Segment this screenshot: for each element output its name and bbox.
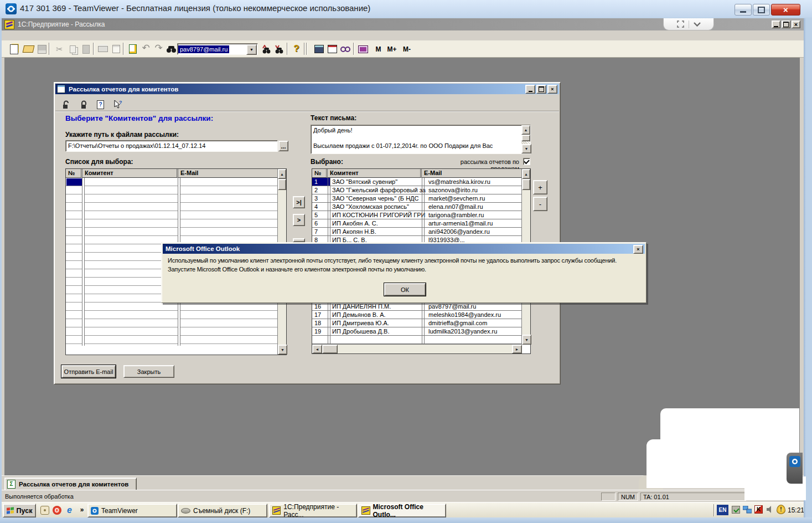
ok-button[interactable]: ОК	[384, 283, 426, 296]
dialog-minimize-button[interactable]	[525, 85, 535, 94]
unlock-icon[interactable]	[60, 98, 73, 111]
volume-icon[interactable]	[766, 506, 774, 513]
window-minimize-button[interactable]	[735, 4, 752, 16]
context-help-icon[interactable]: ?	[111, 98, 124, 111]
find-icon[interactable]	[165, 43, 178, 55]
column-header-num[interactable]: №	[312, 169, 328, 178]
column-header-email[interactable]: E-Mail	[178, 169, 278, 178]
scroll-right-button[interactable]: ►	[512, 345, 522, 353]
scroll-up-button[interactable]: ▲	[521, 125, 530, 135]
move-all-button[interactable]: >|	[293, 196, 305, 208]
outlook-close-button[interactable]: ×	[633, 245, 643, 254]
selected-cell[interactable]	[66, 178, 82, 186]
scroll-down-button[interactable]: ▼	[522, 335, 531, 345]
memory-m-button[interactable]: М	[372, 43, 385, 55]
scroll-up-button[interactable]: ▲	[522, 169, 530, 179]
letter-vscroll[interactable]: ▲ ▼	[521, 125, 530, 153]
window-maximize-button[interactable]	[753, 4, 770, 16]
find-next-icon[interactable]	[260, 43, 273, 55]
calculator-icon[interactable]	[313, 43, 325, 55]
column-header-name[interactable]: Комитент	[82, 169, 178, 178]
selected-table-hscroll[interactable]: ◄ ►	[312, 344, 522, 353]
move-one-button[interactable]: >	[293, 214, 305, 226]
fullscreen-icon[interactable]	[677, 20, 684, 28]
print-icon[interactable]	[96, 43, 109, 55]
cut-icon[interactable]: ✂	[53, 43, 66, 55]
table-row[interactable]: 6ИП Акобян А. С.artur-armenia1@mail.ru	[312, 219, 522, 228]
table-row[interactable]: 18ИП Дмитриева Ю.А.dmitrieffa@gmail.com	[312, 319, 522, 327]
start-button[interactable]: Пуск	[3, 504, 36, 517]
table-row[interactable]: 19ИП Дробышева Д.В.ludmilka2013@yandex.r…	[312, 327, 522, 336]
lock-icon[interactable]	[77, 98, 90, 111]
table-row[interactable]: 2ЗАО "Гжельский фарфоровый заsazonova@ir…	[312, 186, 522, 194]
column-header-email[interactable]: E-Mail	[422, 169, 522, 178]
taskbar-button-1c[interactable]: 1С:Предприятие - Расс...	[269, 504, 357, 517]
help-topic-icon[interactable]: ?	[94, 98, 107, 111]
dialog-close-button[interactable]: ×	[547, 85, 557, 94]
memory-m-plus-button[interactable]: М+	[385, 43, 399, 55]
new-file-icon[interactable]	[8, 43, 20, 55]
kaspersky-icon[interactable]: K	[754, 505, 763, 514]
path-input[interactable]: F:\Отчеты\Отчеты о продажах\01.12.14_07.…	[65, 140, 278, 152]
search-dropdown-button[interactable]: ▼	[246, 44, 257, 55]
scroll-down-button[interactable]: ▼	[521, 144, 531, 153]
table-row[interactable]: 7ИП Акопян Н.В.ani942006@yandex.ru	[312, 228, 522, 236]
print-preview-icon[interactable]	[110, 43, 122, 55]
security-shield-icon[interactable]: !	[777, 505, 785, 514]
add-recipient-button[interactable]: +	[533, 180, 547, 194]
scroll-thumb[interactable]	[278, 179, 286, 190]
scroll-thumb[interactable]	[322, 345, 338, 353]
move-back-button-partial[interactable]	[293, 238, 305, 242]
sales-mailing-checkbox[interactable]	[523, 158, 530, 165]
quick-launch-chevron[interactable]: »	[78, 505, 86, 515]
scroll-left-button[interactable]: ◄	[312, 345, 322, 353]
teamviewer-side-tab[interactable]	[787, 453, 803, 484]
outlook-titlebar[interactable]: Microsoft Office Outlook ×	[163, 244, 645, 254]
table-row[interactable]: 5ИП КОСТЮНИН ГРИГОРИЙ ГРИtarigona@ramble…	[312, 211, 522, 219]
table-row[interactable]: 1ЗАО "Вятский сувенир"vs@matreshka.kirov…	[312, 178, 522, 186]
chevron-down-icon[interactable]	[694, 22, 701, 27]
scroll-up-button[interactable]: ▲	[278, 169, 286, 179]
network-icon[interactable]	[743, 506, 752, 514]
opera-icon[interactable]: O	[53, 506, 61, 515]
save-icon[interactable]	[35, 43, 48, 55]
column-header-name[interactable]: Комитент	[328, 169, 422, 178]
search-combobox[interactable]: pav8797@mail.ru ▼	[177, 43, 258, 55]
column-header-num[interactable]: №	[66, 169, 82, 178]
table-row[interactable]: 16ИП ДАНИЕЛЯН П.М.pav8797@mail.ru	[312, 302, 522, 311]
close-dialog-button[interactable]: Закрыть	[123, 365, 174, 378]
help-icon[interactable]: ?	[290, 42, 303, 55]
scroll-thumb[interactable]	[521, 135, 530, 141]
dialog-maximize-button[interactable]	[536, 85, 546, 94]
app-close-button[interactable]: ×	[792, 20, 800, 28]
calendar-icon[interactable]	[326, 43, 339, 55]
copy-icon[interactable]	[66, 43, 79, 55]
internet-explorer-icon[interactable]: e	[65, 505, 74, 515]
window-close-button[interactable]: ×	[771, 4, 800, 16]
memory-m-minus-button[interactable]: М-	[400, 43, 414, 55]
app-maximize-button[interactable]	[782, 20, 790, 28]
find-prev-icon[interactable]	[273, 43, 286, 55]
language-indicator[interactable]: EN	[717, 505, 728, 515]
quick-launch-icon-1[interactable]	[40, 506, 49, 515]
taskbar-button-outlook[interactable]: Microsoft Office Outlo...	[358, 504, 446, 517]
mdi-tab-mailing[interactable]: Σ Рассылка отчетов для комитентов	[4, 478, 137, 491]
taskbar-button-teamviewer[interactable]: TeamViewer	[87, 504, 177, 517]
redo-icon[interactable]: ↷	[152, 42, 165, 54]
app-minimize-button[interactable]	[772, 20, 780, 28]
teamviewer-control-tab[interactable]	[663, 18, 714, 30]
table-row[interactable]: 3ЗАО "Северная чернь" (Б НДСmarket@sevch…	[312, 194, 522, 203]
open-file-icon[interactable]	[22, 43, 35, 55]
taskbar-button-removable-disk[interactable]: Съемный диск (F:)	[178, 504, 267, 517]
send-email-button[interactable]: Отправить E-mail	[61, 365, 116, 378]
letter-text-area[interactable]: Добрый день! Высылаем продажи с 01-07,12…	[311, 125, 531, 154]
paste-icon[interactable]	[80, 43, 92, 55]
table-row[interactable]: 17ИП Демьянов В. А.meleshko1984@yandex.r…	[312, 311, 522, 319]
exit-key-icon[interactable]	[126, 43, 139, 55]
tablo-glasses-icon[interactable]	[339, 43, 351, 55]
table-row[interactable]: 4ЗАО "Хохломская роспись"elena.nn07@mail…	[312, 203, 522, 211]
browse-button[interactable]: ...	[278, 141, 288, 151]
remove-recipient-button[interactable]: -	[533, 197, 547, 211]
description-book-icon[interactable]	[356, 43, 369, 55]
safely-remove-icon[interactable]	[732, 506, 740, 514]
